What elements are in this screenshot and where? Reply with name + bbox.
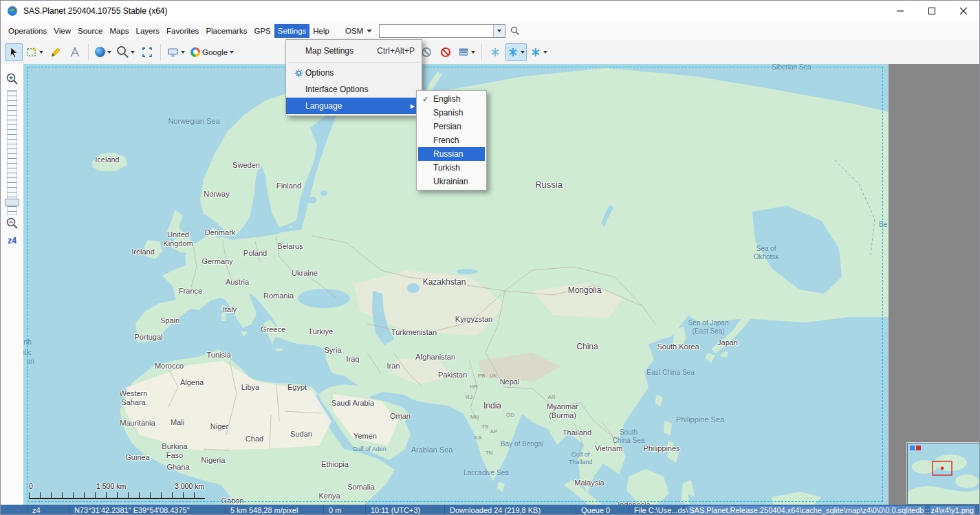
google-label: Google: [202, 48, 228, 56]
maximize-button[interactable]: [916, 1, 948, 21]
minimize-button[interactable]: [884, 1, 916, 21]
status-resolution: 5 km 548,28 m/pixel: [226, 505, 324, 515]
menu-layers[interactable]: Layers: [133, 24, 164, 38]
download-manager-button[interactable]: [456, 43, 477, 61]
chevron-down-icon: [521, 51, 525, 56]
menu-operations[interactable]: Operations: [5, 24, 50, 38]
chevron-down-icon: [543, 51, 547, 56]
menu-gps[interactable]: GPS: [250, 24, 274, 38]
menuitem-label: Interface Options: [305, 85, 415, 94]
selection-manager-button[interactable]: [24, 43, 45, 61]
close-button[interactable]: [948, 1, 979, 21]
selection-rect-icon: [26, 47, 37, 58]
menuitem-label: Turkish: [433, 163, 460, 173]
statusbar: z4 N73°31'42.2381" E39°54'08.4375" 5 km …: [1, 505, 980, 515]
settings-dropdown-menu: Map Settings Ctrl+Alt+P Options Interfac…: [285, 39, 422, 116]
menu-maps[interactable]: Maps: [106, 24, 132, 38]
marks-icon: [490, 47, 501, 58]
submenu-arrow-icon: ▶: [411, 103, 415, 109]
cursor-icon: [8, 47, 19, 58]
monitor-icon: [167, 47, 179, 58]
language-submenu: ✓ English Spanish Persian French Russian…: [416, 90, 487, 190]
projection-button[interactable]: [93, 43, 113, 61]
menuitem-russian[interactable]: Russian: [418, 147, 485, 161]
menuitem-interface-options[interactable]: Interface Options: [286, 81, 422, 98]
menu-placemarks[interactable]: Placemarks: [202, 24, 250, 38]
chevron-down-icon: [39, 51, 43, 56]
menuitem-label: English: [433, 94, 460, 104]
scale-label-0: 0: [29, 482, 33, 490]
status-downloaded: Downloaded 24 (219,8 KB): [445, 505, 576, 515]
menu-source[interactable]: Source: [74, 24, 106, 38]
menuitem-french[interactable]: French: [418, 133, 485, 147]
map-source-select[interactable]: OSM: [342, 25, 375, 36]
zoom-tool-button[interactable]: [115, 43, 137, 61]
status-grip: [1, 505, 28, 515]
scale-ruler: [29, 492, 205, 499]
zoom-in-icon[interactable]: [6, 72, 19, 85]
cancel-download-button[interactable]: [437, 43, 455, 61]
overview-minimap[interactable]: [907, 443, 980, 505]
tracks-icon: [530, 47, 541, 58]
google-search-button[interactable]: Google: [188, 43, 236, 61]
view-mode-button[interactable]: [165, 43, 187, 61]
status-file-path: SAS.Planet.Release.250404.x64\cache_sqli…: [688, 506, 925, 514]
select-tool-button[interactable]: [5, 43, 23, 61]
menu-settings[interactable]: Settings: [274, 24, 310, 38]
search-go-button[interactable]: [510, 26, 520, 36]
search-combobox[interactable]: [379, 24, 505, 38]
chevron-down-icon: [367, 30, 372, 35]
chevron-down-icon: [181, 51, 185, 56]
check-icon: ✓: [422, 95, 433, 104]
minimap-canvas: [908, 443, 980, 504]
menuitem-english[interactable]: ✓ English: [418, 92, 485, 106]
minimap-close-icon[interactable]: [916, 446, 921, 450]
menuitem-turkish[interactable]: Turkish: [418, 161, 485, 175]
app-icon: [7, 6, 18, 17]
fullscreen-button[interactable]: [138, 43, 156, 61]
menuitem-label: Persian: [433, 122, 461, 131]
placemarks-button[interactable]: [505, 43, 527, 61]
menuitem-options[interactable]: Options: [286, 65, 422, 81]
right-dock-panel: [889, 64, 980, 505]
menuitem-label: Map Settings: [305, 46, 364, 56]
zoom-slider-handle[interactable]: [5, 199, 19, 206]
menuitem-language[interactable]: Language ▶: [286, 98, 422, 114]
search-icon: [510, 26, 520, 36]
minimize-icon: [897, 8, 904, 14]
tracks-button[interactable]: [528, 43, 549, 61]
scale-label-mid: 1 500 km: [96, 482, 126, 490]
menuitem-label: Options: [305, 68, 415, 78]
chevron-down-icon: [131, 51, 135, 56]
zoom-slider[interactable]: [7, 90, 17, 215]
menuitem-map-settings[interactable]: Map Settings Ctrl+Alt+P: [286, 41, 422, 60]
menu-separator: [287, 62, 420, 63]
menuitem-ukrainian[interactable]: Ukrainian: [418, 175, 485, 188]
map-source-label: OSM: [345, 27, 363, 35]
menuitem-label: Ukrainian: [433, 177, 468, 186]
magnifier-icon: [117, 46, 126, 55]
toolbar-separator: [160, 44, 161, 61]
menuitem-label: Language: [305, 101, 405, 111]
marks-toggle-button[interactable]: [486, 43, 504, 61]
no-entry-red-icon: [440, 47, 451, 58]
status-queue: Queue 0: [576, 505, 629, 515]
minimap-tool-icon[interactable]: [910, 446, 915, 450]
menuitem-persian[interactable]: Persian: [418, 120, 485, 133]
no-entry-gray-icon: [421, 47, 432, 58]
google-icon: [190, 47, 200, 57]
menu-favorites[interactable]: Favorites: [163, 24, 202, 38]
layers-icon: [458, 47, 469, 58]
measure-icon: [69, 47, 80, 58]
zoom-out-icon[interactable]: [6, 217, 19, 230]
menuitem-spanish[interactable]: Spanish: [418, 106, 485, 120]
search-combobox-dropdown[interactable]: [493, 25, 505, 37]
measure-tool-button[interactable]: [66, 43, 84, 61]
draw-tool-button[interactable]: [47, 43, 65, 61]
menu-view[interactable]: View: [50, 24, 74, 38]
window-title: SAS.Planet 250404.10755 Stable (x64): [23, 6, 167, 16]
chevron-down-icon: [230, 51, 234, 56]
scale-label-end: 3 000 km: [175, 482, 204, 490]
menu-help[interactable]: Help: [309, 24, 333, 38]
menuitem-shortcut: Ctrl+Alt+P: [377, 46, 415, 56]
